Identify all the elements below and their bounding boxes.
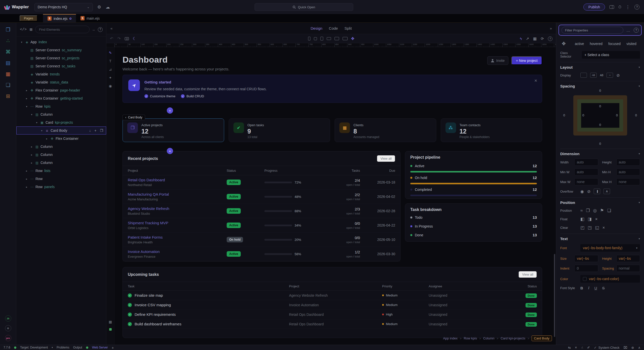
breadcrumb-column[interactable]: Column xyxy=(483,336,495,340)
file-tab-main-ejs[interactable]: 5 main.ejs xyxy=(76,14,104,22)
tree-item-flex-container-getting-started[interactable]: ▸ ✥ Flex Container getting-started xyxy=(16,94,106,102)
pages-button[interactable]: Pages xyxy=(20,15,37,21)
tree-item-column[interactable]: ▸ ▥ Column xyxy=(16,159,106,167)
chevron-closed-icon[interactable]: ▸ xyxy=(24,186,29,188)
italic-icon[interactable]: I xyxy=(588,286,589,290)
new-project-button[interactable]: + New project xyxy=(511,56,542,65)
settings-badge[interactable]: ⚙ xyxy=(5,325,11,331)
chevron-closed-icon[interactable]: ▸ xyxy=(29,145,34,148)
display-block-icon[interactable] xyxy=(580,73,587,78)
tree-item-server-connect-sc-tasks[interactable]: ▤ Server Connect sc_tasks xyxy=(16,62,106,70)
actions-icon[interactable]: ϟ xyxy=(520,36,522,41)
min-height-input[interactable] xyxy=(616,168,640,176)
project-row-retail-ops-dashboard[interactable]: Retail Ops DashboardNorthwind Retail Act… xyxy=(123,175,400,190)
min-width-input[interactable] xyxy=(574,168,598,176)
position-fixed-icon[interactable]: ⚑ xyxy=(600,208,604,213)
grid-view-icon[interactable]: ▦ xyxy=(533,36,537,41)
dark-mode-icon[interactable]: ☾ xyxy=(133,36,136,41)
tree-item-column[interactable]: ▸ ▥ Column xyxy=(16,151,106,159)
chevron-open-icon[interactable]: ▾ xyxy=(34,121,39,124)
tree-item-variable-status-data[interactable]: ◈ Variable status_data xyxy=(16,78,106,86)
updates-badge[interactable]: 25 xyxy=(5,315,11,322)
position-sticky-icon[interactable]: ❏ xyxy=(607,208,611,213)
chevron-open-icon[interactable]: ▾ xyxy=(29,113,34,116)
kpi-card-open-tasks[interactable]: ✔ Open tasks 9 13 total xyxy=(229,118,330,142)
clear-none-icon[interactable]: ✕ xyxy=(602,226,605,230)
device-phone-icon[interactable] xyxy=(308,37,310,40)
components-icon[interactable]: ⊞ xyxy=(30,27,32,32)
chevron-closed-icon[interactable]: ▸ xyxy=(45,137,49,140)
mode-tab-code[interactable]: Code xyxy=(329,26,338,30)
chevron-closed-icon[interactable]: ▸ xyxy=(29,153,34,156)
task-row-invoice-csv-mapping[interactable]: ✓Invoice CSV mapping Invoice Automation … xyxy=(123,300,542,310)
eraser-icon[interactable]: ⌧ xyxy=(624,346,627,349)
invite-button[interactable]: Invite xyxy=(487,56,508,65)
panel-help-icon[interactable]: ? xyxy=(634,28,639,33)
position-static-icon[interactable]: ≈ xyxy=(580,208,583,213)
components-icon[interactable]: ⌘ xyxy=(6,49,11,54)
tree-item-column[interactable]: ▸ ▥ Column xyxy=(16,143,106,151)
breadcrumb-card-body[interactable]: Card Body xyxy=(532,335,552,341)
state-tab-hovered[interactable]: hovered xyxy=(590,42,603,46)
refresh-icon[interactable]: ⟳ xyxy=(541,36,544,41)
device-tablet-icon[interactable] xyxy=(320,37,323,40)
redo-icon[interactable]: ↷ xyxy=(117,36,120,41)
target-caret-icon[interactable]: ▾ xyxy=(52,346,53,349)
close-panel-icon[interactable]: ✕ xyxy=(575,346,577,349)
tree-help-icon[interactable]: ? xyxy=(98,27,103,32)
free-resize-icon[interactable]: ✥ xyxy=(351,36,354,41)
chevron-closed-icon[interactable]: ▸ xyxy=(24,89,29,92)
publish-button[interactable]: Publish xyxy=(583,4,605,11)
thumbs-up-icon[interactable]: ☝ xyxy=(581,346,583,349)
bold-icon[interactable]: B xyxy=(580,286,583,290)
padding-bottom-value[interactable]: 0 xyxy=(599,123,601,127)
file-tab-index-ejs[interactable]: 5 index.ejs xyxy=(43,14,76,22)
margin-right-value[interactable]: 0 xyxy=(635,113,637,117)
selected-element-chip[interactable]: ‹Card Body xyxy=(123,115,145,120)
tree-item-card-body[interactable]: ▾ ≡ Card Body ↓ + ❐ xyxy=(16,126,106,135)
device-wide-icon[interactable] xyxy=(342,37,347,40)
help-icon[interactable]: ? xyxy=(634,5,639,10)
mode-tab-design[interactable]: Design xyxy=(311,26,323,30)
chevron-closed-icon[interactable]: ▸ xyxy=(29,161,34,164)
overflow-visible-icon[interactable]: ◉ xyxy=(580,189,584,194)
letter-spacing-input[interactable] xyxy=(616,265,640,272)
duplicate-icon[interactable]: ❐ xyxy=(100,128,103,133)
tree-menu-icon[interactable]: … xyxy=(93,27,95,32)
swap-icon[interactable]: ⇆ xyxy=(568,346,571,349)
tree-item-app-index[interactable]: ▾ ◈ App index xyxy=(16,38,106,46)
screenshot-icon[interactable] xyxy=(125,37,129,40)
collapse-text-icon[interactable]: ▾ xyxy=(638,237,640,240)
undo-icon[interactable]: ↶ xyxy=(110,36,113,41)
breadcrumb-row-kpis[interactable]: Row kpis xyxy=(464,336,477,340)
padding-top-value[interactable]: 0 xyxy=(599,104,601,108)
quick-open-button[interactable]: Quick Open xyxy=(255,3,353,11)
view-all-button[interactable]: View all xyxy=(377,155,395,162)
mode-tab-split[interactable]: Split xyxy=(344,26,352,30)
code-view-icon[interactable]: </> xyxy=(20,27,27,32)
project-selector[interactable]: Demo Projects HQ ⌄ xyxy=(34,3,93,11)
underline-icon[interactable]: U xyxy=(594,286,597,290)
kebab-menu-icon[interactable]: ⋮ xyxy=(626,5,630,10)
layers-icon[interactable]: ❏ xyxy=(6,82,10,88)
collapse-left-icon[interactable]: « xyxy=(110,26,112,30)
add-element-button-2[interactable]: + xyxy=(167,148,173,154)
pro-badge[interactable]: pro xyxy=(5,335,11,341)
chevron-closed-icon[interactable]: ▸ xyxy=(24,178,29,180)
overflow-auto-icon[interactable]: A xyxy=(603,189,610,194)
chevron-open-icon[interactable]: ▾ xyxy=(24,105,29,108)
display-inline-icon[interactable]: AB xyxy=(600,74,603,77)
kpi-card-team-contacts[interactable]: ⁂ Team contacts 12 People & stakeholders xyxy=(441,118,542,142)
chevron-up-icon[interactable]: ∧ xyxy=(638,346,640,349)
position-absolute-icon[interactable]: ◎ xyxy=(593,208,597,213)
database-icon[interactable]: ▤ xyxy=(6,60,11,65)
display-inline-block-icon[interactable]: AB xyxy=(590,73,597,78)
collapse-spacing-icon[interactable]: ▾ xyxy=(638,84,640,88)
tree-item-server-connect-sc-summary[interactable]: ▤ Server Connect sc_summary xyxy=(16,46,106,54)
state-tab-active[interactable]: active xyxy=(575,42,584,46)
clear-both-icon[interactable]: ◱ xyxy=(595,225,599,230)
overflow-hidden-icon[interactable]: ⊘ xyxy=(587,189,590,194)
state-tab-visited[interactable]: visited xyxy=(626,42,636,46)
chevron-open-icon[interactable]: ▾ xyxy=(19,41,24,43)
strikethrough-icon[interactable]: S xyxy=(602,286,605,290)
